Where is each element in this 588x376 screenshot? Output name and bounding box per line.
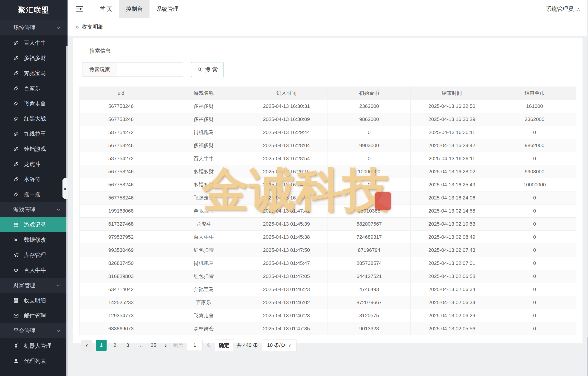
link-icon (13, 100, 19, 107)
table-cell: 百家乐 (162, 296, 245, 309)
table-cell: 0 (328, 126, 410, 139)
sidebar-group[interactable]: 场控管理 (0, 20, 67, 35)
page-button[interactable]: 3 (123, 340, 132, 351)
table-cell: 2025-04-13 01:46:23 (245, 309, 328, 322)
table-cell: 2025-04-13 16:24:05 (245, 191, 328, 205)
sidebar-item-label: 收支明细 (24, 297, 46, 304)
column-header: 结束金币 (493, 87, 576, 100)
search-icon (197, 67, 203, 72)
sidebar-item[interactable]: 代理列表 (0, 354, 67, 369)
chevron-down-icon (55, 25, 62, 31)
table-cell: 2025-04-13 16:30:29 (410, 113, 493, 126)
sidebar-item[interactable]: 百人牛牛 (0, 35, 67, 51)
sidebar-item[interactable]: 收支明细 (0, 293, 67, 308)
table-cell: 2025-04-13 02:10:53 (410, 218, 493, 231)
sidebar-item-label: 奔驰宝马 (24, 70, 46, 77)
chevron-down-icon (55, 328, 62, 334)
search-fieldset: 搜索信息 (81, 47, 575, 54)
search-button[interactable]: 搜 索 (191, 62, 224, 77)
records-table: uid游戏名称进入时间初始金币结束时间结束金币 567758246多福多财202… (79, 86, 576, 335)
table-cell: 0 (493, 218, 576, 231)
table-cell: 9862000 (328, 113, 410, 126)
table-cell: 2025-04-13 02:07:01 (410, 257, 493, 270)
top-tab[interactable]: 控制台 (119, 0, 150, 18)
sidebar-item[interactable]: 库存管理 (0, 248, 67, 263)
link-icon (13, 115, 19, 122)
sidebar-item-label: 九线拉王 (24, 130, 46, 137)
column-header: 进入时间 (245, 87, 328, 100)
sidebar-group[interactable]: 财富管理 (0, 278, 67, 293)
table-cell: 多福多财 (162, 165, 245, 178)
sidebar-group[interactable]: 平台管理 (0, 323, 67, 338)
sidebar-item[interactable]: 龙虎斗 (0, 157, 67, 172)
table-cell: 龙虎斗 (162, 218, 245, 231)
sidebar-collapse-handle[interactable]: « (63, 178, 67, 199)
sidebar-item[interactable]: 机器人管理 (0, 338, 67, 354)
table-cell: 644127521 (328, 270, 410, 283)
table-cell: 2362000 (328, 100, 410, 113)
table-cell: 826837450 (80, 257, 162, 270)
goto-page-input[interactable] (187, 340, 203, 351)
sidebar-item[interactable]: 水浒传 (0, 172, 67, 187)
admin-menu[interactable]: 系统管理员 ∧ (546, 5, 580, 13)
table-cell: 617327468 (80, 218, 162, 231)
sidebar-item[interactable]: 摇一摇 (0, 187, 67, 202)
page-button[interactable]: 2 (110, 340, 119, 351)
table-cell: 2025-04-13 02:06:34 (410, 283, 493, 296)
table-row: 816829803红包扫雷2025-04-13 01:47:0564412752… (80, 270, 576, 283)
page-scrollbar-thumb[interactable] (587, 337, 588, 376)
pagination-bar: ‹123…25›到第页确定共 440 条10 条/页∨ (81, 340, 576, 351)
sidebar-group[interactable]: 游戏管理 (0, 202, 67, 217)
table-cell: 633869073 (80, 322, 162, 335)
table-cell: 142525233 (80, 296, 162, 309)
sidebar-item[interactable]: 百人牛牛 (0, 263, 67, 278)
table-cell: 582007567 (328, 218, 410, 231)
table-row: 142525233百家乐2025-04-13 01:46:02872079667… (80, 296, 576, 309)
confirm-button[interactable]: 确定 (215, 340, 233, 351)
table-cell: 2025-04-13 01:47:50 (245, 244, 328, 257)
sidebar-item[interactable]: 邮件管理 (0, 308, 67, 323)
table-row: 633869073森林舞会2025-04-13 01:47:3590133282… (80, 322, 576, 335)
table-cell: 2025-04-13 01:46:02 (245, 296, 328, 309)
sidebar-item[interactable]: 飞禽走兽 (0, 96, 67, 111)
top-tab[interactable]: 首 页 (93, 0, 119, 18)
top-tab[interactable]: 系统管理 (150, 0, 185, 18)
sidebar-item[interactable]: 红黑大战 (0, 111, 67, 126)
total-count-label: 共 440 条 (236, 342, 258, 349)
goto-label: 到第 (173, 342, 183, 349)
table-cell: 816829803 (80, 270, 162, 283)
page-button[interactable]: 25 (149, 340, 158, 351)
sidebar-item-label: 龙虎斗 (24, 160, 40, 168)
table-cell: 百人牛牛 (162, 231, 245, 244)
double-angle-left-icon: « (64, 185, 67, 192)
sidebar-item[interactable]: 铃铛游戏 (0, 141, 67, 157)
page-scrollbar[interactable] (587, 0, 588, 376)
sidebar-item-label: 数据修改 (24, 236, 46, 244)
table-row: 979537952百人牛牛2025-04-13 01:45:3872468931… (80, 231, 576, 244)
table-cell: 2025-04-13 16:30:11 (410, 126, 493, 139)
next-page-button[interactable]: › (162, 340, 170, 351)
sidebar-item[interactable]: 多福多财 (0, 51, 67, 66)
search-legend: 搜索信息 (86, 47, 114, 54)
search-bar: 搜索玩家 搜 索 (82, 62, 576, 77)
table-cell: 161000 (493, 100, 576, 113)
sidebar-item[interactable]: 百家乐 (0, 81, 67, 96)
page-title: 收支明细 (82, 23, 104, 31)
page-button[interactable]: 1 (96, 340, 107, 351)
table-cell: 2025-04-13 16:25:49 (410, 178, 493, 191)
sidebar-item[interactable]: 数据修改 (0, 232, 67, 248)
table-cell: 街机跑马 (162, 257, 245, 270)
link-icon (13, 176, 19, 182)
sidebar-item[interactable]: 游戏记录 (0, 217, 67, 232)
sidebar-item[interactable]: 九线拉王 (0, 126, 67, 141)
menu-fold-icon[interactable] (76, 6, 84, 12)
table-cell: 2025-04-13 01:47:05 (245, 270, 328, 283)
search-input[interactable] (117, 63, 183, 77)
sidebar-item[interactable]: 奔驰宝马 (0, 66, 67, 81)
prev-page-button[interactable]: ‹ (81, 340, 92, 351)
table-cell: 2025-04-13 16:24:33 (245, 178, 328, 191)
search-button-label: 搜 索 (205, 66, 218, 73)
table-cell: 2025-04-13 16:24:06 (410, 191, 493, 205)
page-size-select[interactable]: 10 条/页∨ (262, 340, 297, 351)
table-cell: 567758246 (80, 113, 162, 126)
